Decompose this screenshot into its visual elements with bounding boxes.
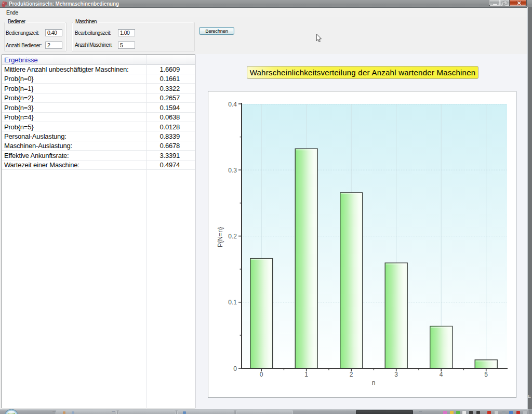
svg-text:0.1: 0.1	[228, 299, 237, 306]
svg-text:5: 5	[484, 371, 488, 378]
svg-text:n: n	[372, 379, 376, 386]
svg-text:2: 2	[350, 371, 353, 378]
svg-text:0: 0	[260, 371, 263, 378]
svg-text:0.4: 0.4	[228, 101, 237, 108]
svg-text:0.2: 0.2	[228, 233, 237, 240]
svg-text:3: 3	[394, 371, 398, 378]
svg-text:4: 4	[440, 371, 443, 378]
svg-text:1: 1	[304, 371, 308, 378]
svg-text:P{N=n}: P{N=n}	[217, 227, 224, 247]
svg-text:0.3: 0.3	[228, 167, 237, 174]
svg-text:0: 0	[233, 365, 237, 372]
